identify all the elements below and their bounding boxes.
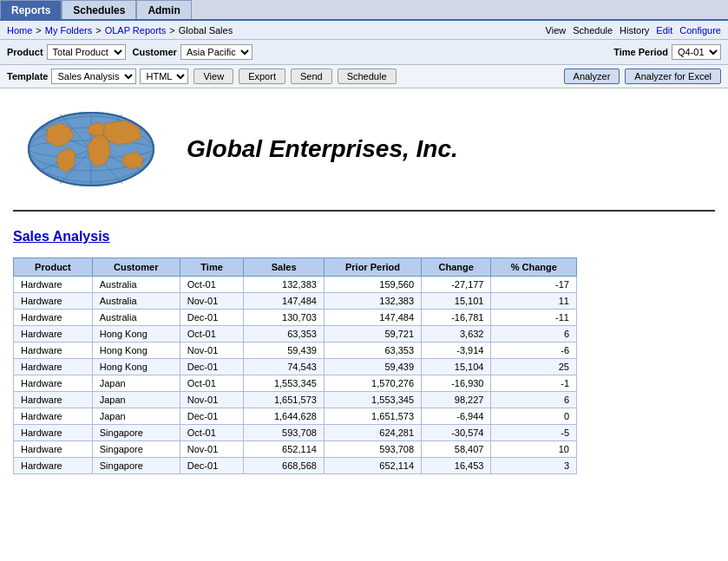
table-cell: Australia <box>92 277 180 293</box>
breadcrumb-myfolders[interactable]: My Folders <box>45 25 92 36</box>
table-cell: Japan <box>92 375 180 392</box>
tab-reports[interactable]: Reports <box>0 0 62 19</box>
breadcrumb-current: Global Sales <box>179 25 233 36</box>
globe-icon <box>22 110 161 188</box>
table-cell: 98,227 <box>422 392 491 408</box>
table-cell: 25 <box>491 359 577 375</box>
table-cell: 16,453 <box>422 458 491 474</box>
table-cell: 1,651,573 <box>324 408 421 425</box>
table-cell: 652,114 <box>244 441 324 458</box>
table-cell: Australia <box>92 293 180 310</box>
tab-admin[interactable]: Admin <box>136 0 191 19</box>
format-select[interactable]: HTML <box>140 68 188 84</box>
breadcrumb-row: Home > My Folders > OLAP Reports > Globa… <box>0 21 728 40</box>
table-cell: Dec-01 <box>180 408 244 425</box>
table-cell: Oct-01 <box>180 277 244 293</box>
edit-link[interactable]: Edit <box>656 25 672 36</box>
col-header-pctchange: % Change <box>491 258 577 277</box>
col-header-time: Time <box>180 258 244 277</box>
col-header-product: Product <box>14 258 93 277</box>
timeperiod-select[interactable]: Q4-01 <box>672 44 721 60</box>
table-cell: Singapore <box>92 425 180 441</box>
configure-link[interactable]: Configure <box>679 25 721 36</box>
table-row: HardwareJapanNov-011,651,5731,553,34598,… <box>14 392 577 408</box>
table-cell: Hardware <box>14 375 93 392</box>
product-label: Product <box>7 47 43 57</box>
table-cell: Hardware <box>14 458 93 474</box>
table-cell: Nov-01 <box>180 342 244 359</box>
table-cell: Nov-01 <box>180 293 244 310</box>
breadcrumb-home[interactable]: Home <box>7 25 32 36</box>
table-cell: 1,651,573 <box>244 392 324 408</box>
table-cell: -16,781 <box>422 310 491 326</box>
export-button[interactable]: Export <box>239 68 285 84</box>
table-cell: 130,703 <box>244 310 324 326</box>
schedule-link: Schedule <box>573 25 613 36</box>
table-cell: 6 <box>491 392 577 408</box>
product-select[interactable]: Total Product <box>47 44 126 60</box>
table-cell: -6 <box>491 342 577 359</box>
table-row: HardwareSingaporeOct-01593,708624,281-30… <box>14 425 577 441</box>
timeperiod-filter-group: Time Period Q4-01 <box>613 44 721 60</box>
table-cell: 3 <box>491 458 577 474</box>
timeperiod-label: Time Period <box>613 47 668 57</box>
view-button[interactable]: View <box>193 68 233 84</box>
table-cell: Singapore <box>92 441 180 458</box>
table-cell: Hardware <box>14 326 93 342</box>
table-row: HardwareHong KongNov-0159,43963,353-3,91… <box>14 342 577 359</box>
table-cell: -27,177 <box>422 277 491 293</box>
table-cell: -16,930 <box>422 375 491 392</box>
toolbar-row: Template Sales Analysis HTML View Export… <box>0 65 728 88</box>
table-cell: -11 <box>491 310 577 326</box>
template-label: Template <box>7 71 48 82</box>
view-link: View <box>546 25 567 36</box>
table-cell: Hardware <box>14 441 93 458</box>
table-cell: Singapore <box>92 458 180 474</box>
table-cell: -17 <box>491 277 577 293</box>
table-cell: 59,721 <box>324 326 421 342</box>
report-header: Global Enterprises, Inc. <box>13 97 715 212</box>
tab-schedules[interactable]: Schedules <box>62 0 136 19</box>
table-row: HardwareAustraliaNov-01147,484132,38315,… <box>14 293 577 310</box>
breadcrumb-olapreports[interactable]: OLAP Reports <box>105 25 167 36</box>
top-nav: Reports Schedules Admin <box>0 0 728 21</box>
product-filter-group: Product Total Product <box>7 44 126 60</box>
table-cell: 132,383 <box>244 277 324 293</box>
table-cell: Japan <box>92 408 180 425</box>
customer-filter-group: Customer Asia Pacific <box>133 44 253 60</box>
table-cell: 1,553,345 <box>244 375 324 392</box>
breadcrumb-sep2: > <box>95 25 101 36</box>
table-cell: 624,281 <box>324 425 421 441</box>
analyzer-excel-button[interactable]: Analyzer for Excel <box>625 68 721 84</box>
table-row: HardwareAustraliaDec-01130,703147,484-16… <box>14 310 577 326</box>
table-cell: -5 <box>491 425 577 441</box>
template-select[interactable]: Sales Analysis <box>51 68 136 84</box>
table-cell: Hardware <box>14 293 93 310</box>
table-cell: Oct-01 <box>180 326 244 342</box>
table-cell: Hardware <box>14 277 93 293</box>
table-row: HardwareHong KongDec-0174,54359,43915,10… <box>14 359 577 375</box>
table-cell: Dec-01 <box>180 359 244 375</box>
globe-container <box>13 106 169 192</box>
table-header-row: Product Customer Time Sales Prior Period… <box>14 258 577 277</box>
table-row: HardwareJapanDec-011,644,6281,651,573-6,… <box>14 408 577 425</box>
table-cell: Australia <box>92 310 180 326</box>
table-cell: 593,708 <box>324 441 421 458</box>
table-cell: 0 <box>491 408 577 425</box>
table-cell: 1,570,276 <box>324 375 421 392</box>
table-cell: 15,104 <box>422 359 491 375</box>
table-cell: 132,383 <box>324 293 421 310</box>
table-cell: 159,560 <box>324 277 421 293</box>
schedule-button[interactable]: Schedule <box>338 68 397 84</box>
col-header-sales: Sales <box>244 258 324 277</box>
breadcrumb: Home > My Folders > OLAP Reports > Globa… <box>7 25 233 36</box>
analyzer-button[interactable]: Analyzer <box>564 68 620 84</box>
table-cell: Nov-01 <box>180 392 244 408</box>
table-cell: 1,644,628 <box>244 408 324 425</box>
table-cell: 59,439 <box>244 342 324 359</box>
table-cell: 10 <box>491 441 577 458</box>
customer-select[interactable]: Asia Pacific <box>180 44 253 60</box>
send-button[interactable]: Send <box>291 68 332 84</box>
table-cell: 11 <box>491 293 577 310</box>
breadcrumb-sep1: > <box>36 25 41 36</box>
